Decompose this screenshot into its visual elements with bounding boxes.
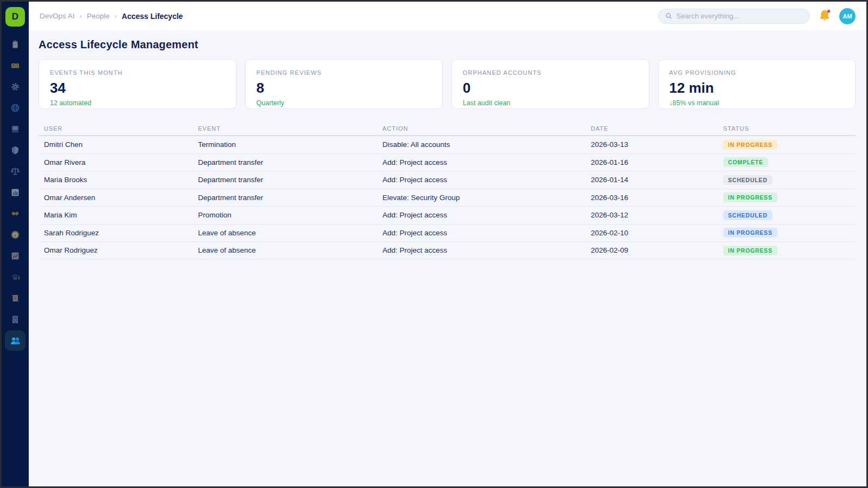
column-header-status: STATUS [723, 125, 850, 132]
column-header-date: DATE [591, 125, 723, 132]
cell-date: 2026-01-14 [591, 176, 723, 184]
table-row[interactable]: Maria Kim Promotion Add: Project access … [39, 207, 856, 224]
sidebar-item-partners[interactable] [5, 203, 25, 224]
breadcrumb-item-people[interactable]: People [87, 12, 110, 20]
scales-icon [10, 166, 20, 176]
stat-subtext: Last audit clean [463, 99, 638, 107]
tickets-icon [10, 61, 20, 70]
cell-date: 2026-03-12 [591, 211, 723, 219]
cell-user: Maria Kim [44, 211, 198, 219]
column-header-user: USER [44, 125, 198, 132]
cell-user: Omar Andersen [44, 194, 198, 202]
compass-icon [10, 230, 20, 240]
stat-value: 8 [257, 80, 432, 97]
table-row[interactable]: Omar Rodriguez Leave of absence Add: Pro… [39, 242, 856, 260]
table-row[interactable]: Sarah Rodriguez Leave of absence Add: Pr… [39, 224, 856, 242]
lifecycle-table: USER EVENT ACTION DATE STATUS Dmitri Che… [39, 122, 856, 260]
cell-user: Omar Rodriguez [44, 246, 198, 254]
cell-action: Add: Project access [382, 158, 591, 166]
status-badge: IN PROGRESS [723, 192, 777, 202]
sidebar: D [2, 2, 29, 486]
table-header: USER EVENT ACTION DATE STATUS [39, 122, 856, 136]
cell-event: Department transfer [198, 158, 382, 166]
notification-dot [827, 10, 831, 13]
cell-action: Add: Project access [382, 246, 591, 254]
status-badge: IN PROGRESS [723, 140, 777, 150]
scroll-icon [10, 293, 20, 303]
laptop-icon [10, 124, 20, 134]
globe-icon [10, 103, 20, 113]
shield-icon [10, 145, 20, 155]
sidebar-nav [5, 34, 25, 351]
sidebar-item-policies[interactable] [5, 288, 25, 309]
cell-user: Maria Brooks [44, 176, 198, 184]
stat-label: PENDING REVIEWS [257, 69, 432, 76]
stat-value: 34 [50, 80, 225, 97]
sidebar-item-people[interactable] [5, 330, 25, 351]
cell-user: Sarah Rodriguez [44, 229, 198, 237]
page-title: Access Lifecycle Management [39, 38, 856, 51]
brand-logo[interactable]: D [5, 7, 25, 27]
cell-event: Department transfer [198, 176, 382, 184]
column-header-event: EVENT [198, 125, 382, 132]
search-icon [665, 12, 673, 20]
global-search [658, 9, 810, 24]
sidebar-item-security[interactable] [5, 140, 25, 160]
cell-user: Dmitri Chen [44, 140, 198, 149]
breadcrumb-item-devops-ai[interactable]: DevOps AI [40, 12, 75, 20]
main-content: Access Lifecycle Management EVENTS THIS … [29, 30, 866, 486]
app-window: D [0, 0, 868, 488]
breadcrumb-separator: › [114, 12, 117, 20]
sidebar-item-explore[interactable] [5, 224, 25, 245]
stats-row: EVENTS THIS MONTH 34 12 automated PENDIN… [39, 59, 856, 109]
status-badge: IN PROGRESS [723, 246, 777, 255]
sidebar-item-clipboard[interactable] [5, 34, 25, 55]
sidebar-item-compliance[interactable] [5, 161, 25, 182]
stat-subtext: 12 automated [50, 99, 225, 107]
sidebar-item-laptop[interactable] [5, 119, 25, 139]
sidebar-item-settings[interactable] [5, 76, 25, 97]
sidebar-item-globe[interactable] [5, 98, 25, 118]
clipboard-icon [10, 40, 20, 49]
cell-date: 2026-02-09 [591, 246, 723, 254]
stat-card-avg-provisioning: AVG PROVISIONING 12 min ↓85% vs manual [658, 59, 856, 109]
sidebar-item-trends[interactable] [5, 246, 25, 266]
notifications-button[interactable] [818, 9, 832, 24]
search-input[interactable] [676, 12, 803, 20]
cell-date: 2026-03-16 [591, 194, 723, 202]
table-row[interactable]: Omar Andersen Department transfer Elevat… [39, 189, 856, 207]
handshake-icon [10, 209, 20, 219]
sidebar-item-training[interactable] [5, 267, 25, 287]
stat-label: EVENTS THIS MONTH [50, 69, 225, 76]
stat-value: 0 [463, 80, 638, 97]
breadcrumb-separator: › [80, 12, 82, 20]
column-header-action: ACTION [382, 125, 591, 132]
stat-card-pending-reviews: PENDING REVIEWS 8 Quarterly [245, 59, 443, 109]
table-row[interactable]: Omar Rivera Department transfer Add: Pro… [39, 154, 856, 172]
table-row[interactable]: Dmitri Chen Termination Disable: All acc… [39, 136, 856, 154]
stat-label: AVG PROVISIONING [669, 69, 845, 76]
cell-action: Elevate: Security Group [382, 194, 591, 202]
bell-icon [818, 9, 832, 24]
status-badge: SCHEDULED [723, 210, 773, 220]
stat-subtext: Quarterly [257, 99, 432, 107]
cell-event: Leave of absence [198, 246, 382, 254]
cell-event: Termination [198, 140, 382, 149]
topbar: DevOps AI › People › Access Lifecycle AM [29, 2, 866, 30]
graduation-cap-icon [10, 272, 20, 282]
status-badge: IN PROGRESS [723, 228, 777, 237]
cell-event: Department transfer [198, 194, 382, 202]
breadcrumb-item-access-lifecycle: Access Lifecycle [122, 12, 183, 21]
sidebar-item-organization[interactable] [5, 309, 25, 330]
sidebar-item-tickets[interactable] [5, 55, 25, 76]
cell-action: Disable: All accounts [382, 140, 591, 149]
cell-date: 2026-03-13 [591, 140, 723, 149]
cell-event: Leave of absence [198, 229, 382, 237]
stat-value: 12 min [669, 80, 845, 97]
cell-user: Omar Rivera [44, 158, 198, 166]
avatar[interactable]: AM [839, 8, 856, 24]
table-row[interactable]: Maria Brooks Department transfer Add: Pr… [39, 171, 856, 189]
bar-chart-icon [10, 188, 20, 197]
building-icon [10, 314, 20, 324]
sidebar-item-analytics[interactable] [5, 182, 25, 203]
